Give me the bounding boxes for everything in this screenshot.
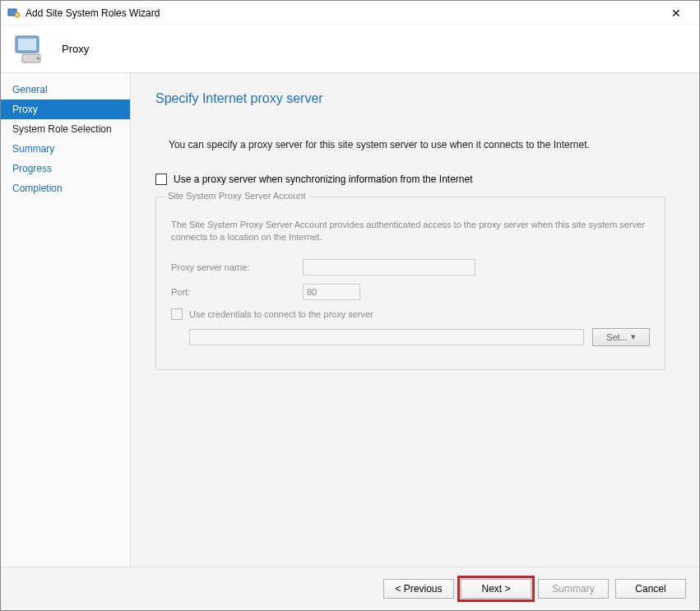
proxy-name-row: Proxy server name: — [171, 259, 650, 275]
window-title: Add Site System Roles Wizard — [25, 7, 660, 19]
svg-rect-3 — [18, 39, 36, 50]
set-button[interactable]: Set... ▾ — [592, 328, 650, 346]
port-row: Port: — [171, 284, 650, 300]
sidebar-item-progress[interactable]: Progress — [1, 159, 130, 178]
sidebar-item-completion[interactable]: Completion — [1, 178, 130, 198]
wizard-window: Add Site System Roles Wizard ✕ Proxy Gen… — [0, 0, 700, 611]
use-proxy-label: Use a proxy server when synchronizing in… — [174, 174, 473, 185]
credentials-input[interactable] — [189, 329, 584, 345]
content-spacer — [155, 370, 675, 550]
sidebar-item-system-role-selection[interactable]: System Role Selection — [1, 119, 130, 139]
proxy-name-label: Proxy server name: — [171, 262, 294, 272]
summary-button: Summary — [538, 579, 609, 599]
sidebar-item-summary[interactable]: Summary — [1, 139, 130, 159]
wizard-body: General Proxy System Role Selection Summ… — [1, 73, 699, 567]
wizard-header: Proxy — [1, 25, 699, 73]
next-button[interactable]: Next > — [461, 579, 531, 599]
proxy-name-input[interactable] — [303, 259, 475, 275]
sidebar-item-proxy[interactable]: Proxy — [1, 100, 130, 119]
titlebar: Add Site System Roles Wizard ✕ — [1, 1, 699, 25]
sidebar: General Proxy System Role Selection Summ… — [1, 73, 131, 567]
group-title: Site System Proxy Server Account — [165, 191, 309, 201]
content-description: You can specify a proxy server for this … — [155, 139, 675, 150]
content-pane: Specify Internet proxy server You can sp… — [131, 73, 699, 567]
credentials-row: Set... ▾ — [189, 328, 650, 346]
use-proxy-row: Use a proxy server when synchronizing in… — [155, 174, 675, 185]
close-button[interactable]: ✕ — [660, 7, 693, 20]
set-button-label: Set... — [606, 332, 628, 342]
sidebar-item-general[interactable]: General — [1, 80, 130, 100]
content-title: Specify Internet proxy server — [155, 91, 675, 106]
use-credentials-label: Use credentials to connect to the proxy … — [189, 309, 373, 319]
app-icon — [7, 7, 21, 20]
page-icon — [11, 33, 50, 66]
proxy-account-group: Site System Proxy Server Account The Sit… — [155, 197, 665, 370]
chevron-down-icon: ▾ — [631, 331, 636, 342]
use-proxy-checkbox[interactable] — [155, 174, 167, 185]
previous-button[interactable]: < Previous — [383, 579, 454, 599]
port-label: Port: — [171, 287, 294, 297]
page-title: Proxy — [62, 43, 89, 55]
port-input[interactable] — [303, 284, 360, 300]
svg-point-1 — [15, 12, 20, 17]
use-credentials-checkbox[interactable] — [171, 308, 183, 320]
cancel-button[interactable]: Cancel — [615, 579, 686, 599]
wizard-footer: < Previous Next > Summary Cancel — [1, 567, 699, 610]
group-description: The Site System Proxy Server Account pro… — [171, 219, 650, 244]
use-credentials-row: Use credentials to connect to the proxy … — [171, 308, 650, 320]
svg-point-5 — [37, 57, 39, 59]
